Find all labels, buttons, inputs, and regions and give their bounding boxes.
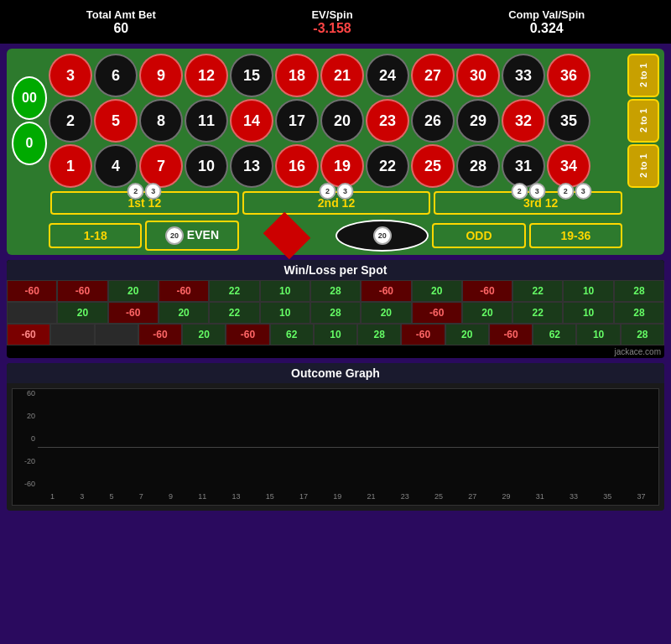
wl-cell: -60 <box>489 324 533 345</box>
bet-20-oval[interactable]: 20 <box>336 220 429 252</box>
chip-20-even: 20 <box>165 226 184 245</box>
wl-cell: 62 <box>533 324 576 345</box>
x-21: 21 <box>367 492 376 501</box>
chip-3: 3 <box>145 183 162 200</box>
graph-header: Outcome Graph <box>7 363 664 383</box>
wl-cell: 22 <box>209 280 259 302</box>
ev-spin-group: EV/Spin -3.158 <box>311 8 352 36</box>
num-15[interactable]: 15 <box>230 54 273 97</box>
num-27[interactable]: 27 <box>411 54 455 97</box>
bet-19-36[interactable]: 19-36 <box>529 223 622 248</box>
num-12[interactable]: 12 <box>185 54 228 97</box>
num-31[interactable]: 31 <box>502 144 545 188</box>
num-28[interactable]: 28 <box>456 144 500 188</box>
num-19[interactable]: 19 <box>320 144 364 188</box>
num-35[interactable]: 35 <box>547 99 590 143</box>
bet-odd[interactable]: ODD <box>432 223 525 248</box>
num-4[interactable]: 4 <box>94 144 138 188</box>
num-25[interactable]: 25 <box>411 144 455 188</box>
x-29: 29 <box>502 492 511 501</box>
comp-val-label: Comp Val/Spin <box>508 8 585 21</box>
wl-cell: 10 <box>576 324 620 345</box>
num-32[interactable]: 32 <box>502 99 545 143</box>
payout-1: 2 to 1 <box>627 54 659 97</box>
wl-cell: 28 <box>621 324 664 345</box>
chip-2c: 2 <box>511 183 528 200</box>
winloss-table: -60 -60 20 -60 22 10 28 -60 20 -60 22 10… <box>7 280 664 345</box>
num-24[interactable]: 24 <box>366 54 409 97</box>
zero-column: 00 0 <box>12 54 47 188</box>
num-20[interactable]: 20 <box>320 99 364 143</box>
x-axis: 1 3 5 7 9 11 13 15 17 19 21 23 25 27 29 … <box>38 488 658 505</box>
zero-00[interactable]: 00 <box>12 76 47 120</box>
wl-cell <box>7 302 57 324</box>
num-10[interactable]: 10 <box>185 144 228 188</box>
num-18[interactable]: 18 <box>275 54 319 97</box>
number-grid: 00 0 3 6 9 12 15 18 21 24 27 30 33 36 2 <box>12 54 659 188</box>
x-15: 15 <box>266 492 274 501</box>
wl-cell: -60 <box>108 302 159 324</box>
chip-20-oval: 20 <box>373 226 392 245</box>
num-9[interactable]: 9 <box>139 54 183 97</box>
num-34[interactable]: 34 <box>547 144 590 188</box>
x-35: 35 <box>603 492 611 501</box>
chip-3c: 3 <box>528 183 545 200</box>
num-16[interactable]: 16 <box>275 144 319 188</box>
x-25: 25 <box>434 492 443 501</box>
num-8[interactable]: 8 <box>139 99 183 143</box>
wl-cell: 20 <box>57 302 107 324</box>
stats-bar: Total Amt Bet 60 EV/Spin -3.158 Comp Val… <box>0 0 671 44</box>
wl-cell: -60 <box>159 280 209 302</box>
num-29[interactable]: 29 <box>456 99 500 143</box>
num-13[interactable]: 13 <box>230 144 273 188</box>
wl-cell: 28 <box>310 280 361 302</box>
total-amt-label: Total Amt Bet <box>86 8 156 21</box>
num-5[interactable]: 5 <box>94 99 138 143</box>
chips-dozen1: 2 3 <box>127 183 162 200</box>
bet-diamond[interactable] <box>242 221 332 251</box>
bet-even[interactable]: 20 EVEN <box>145 221 238 251</box>
num-30[interactable]: 30 <box>456 54 500 97</box>
jackace-label: jackace.com <box>7 345 664 358</box>
num-23[interactable]: 23 <box>366 99 409 143</box>
dozen-3rd[interactable]: 2 3 3rd 12 2 3 <box>434 191 622 215</box>
wl-cell: 20 <box>182 324 226 345</box>
comp-val-group: Comp Val/Spin 0.324 <box>508 8 585 36</box>
num-7[interactable]: 7 <box>139 144 183 188</box>
y-label-neg20: -20 <box>13 457 35 465</box>
wl-cell: 10 <box>260 302 310 324</box>
bet-1-18[interactable]: 1-18 <box>49 223 142 248</box>
num-33[interactable]: 33 <box>502 54 545 97</box>
dozen-1st[interactable]: 2 3 1st 12 <box>50 191 239 215</box>
wl-cell: -60 <box>412 302 462 324</box>
num-14[interactable]: 14 <box>230 99 273 143</box>
total-amt-value: 60 <box>86 21 156 36</box>
num-11[interactable]: 11 <box>185 99 228 143</box>
wl-cell: 20 <box>445 324 489 345</box>
num-36[interactable]: 36 <box>547 54 590 97</box>
num-17[interactable]: 17 <box>275 99 319 143</box>
outside-row: 1-18 20 EVEN 20 ODD 19-36 <box>12 220 659 252</box>
payouts-column: 2 to 1 2 to 1 2 to 1 <box>627 54 659 188</box>
num-6[interactable]: 6 <box>94 54 138 97</box>
diamond-icon <box>263 212 311 260</box>
wl-row-3: -60 -60 20 -60 62 10 28 -60 20 -60 62 10… <box>7 324 664 345</box>
chip-3d: 3 <box>575 183 591 200</box>
x-23: 23 <box>401 492 409 501</box>
wl-row-1: -60 -60 20 -60 22 10 28 -60 20 -60 22 10… <box>7 280 664 302</box>
num-3[interactable]: 3 <box>49 54 92 97</box>
num-21[interactable]: 21 <box>320 54 364 97</box>
dozen-2nd[interactable]: 2 3 2nd 12 <box>242 191 431 215</box>
num-22[interactable]: 22 <box>366 144 409 188</box>
x-3: 3 <box>80 492 84 501</box>
numbers-row-2: 2 5 8 11 14 17 20 23 26 29 32 35 <box>49 99 626 143</box>
zero-0[interactable]: 0 <box>12 122 47 165</box>
graph-bars <box>38 389 658 488</box>
num-1[interactable]: 1 <box>49 144 92 188</box>
wl-cell <box>50 324 94 345</box>
num-26[interactable]: 26 <box>411 99 455 143</box>
num-2[interactable]: 2 <box>49 99 92 143</box>
y-label-60: 60 <box>13 389 35 397</box>
ev-spin-value: -3.158 <box>311 21 352 36</box>
chips-dozen3b: 2 3 <box>557 183 591 200</box>
